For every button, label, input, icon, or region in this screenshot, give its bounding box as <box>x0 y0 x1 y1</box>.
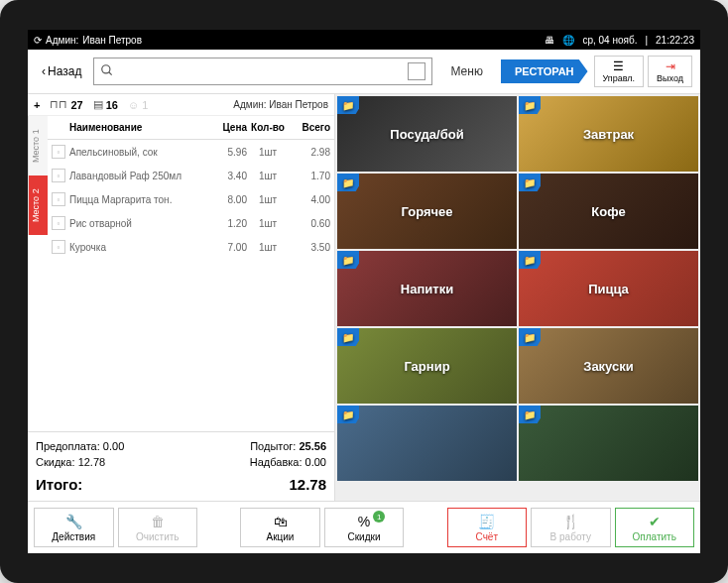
back-label: Назад <box>48 64 81 78</box>
category-tile[interactable]: 📁Закуски <box>519 328 698 404</box>
item-icon: ▫ <box>52 216 65 230</box>
category-tile[interactable]: 📁Гарнир <box>337 328 517 404</box>
towork-button[interactable]: 🍴В работу <box>531 508 611 547</box>
chevron-left-icon: ‹ <box>42 64 46 78</box>
order-header: + ⊓⊓27 ▤16 ☺1 Админ: Иван Петров <box>28 94 334 116</box>
folder-icon: 📁 <box>337 174 359 191</box>
category-label: Завтрак <box>583 127 634 142</box>
trash-icon: 🗑 <box>151 514 165 529</box>
person-icon: ☺ <box>128 99 139 111</box>
category-tile[interactable]: 📁 <box>519 406 698 481</box>
cutlery-icon: 🍴 <box>562 514 579 529</box>
table-row[interactable]: ▫Пицца Маргарита тон.8.001шт4.00 <box>48 187 334 211</box>
receipt-icon: ▤ <box>93 98 103 111</box>
wrench-icon: 🔧 <box>65 514 82 529</box>
pay-button[interactable]: ✔Оплатить <box>615 508 695 547</box>
table-row[interactable]: ▫Лавандовый Раф 250мл3.401шт1.70 <box>48 164 334 187</box>
category-label: Горячее <box>401 204 452 219</box>
status-bar: ⟳ Админ: Иван Петров 🖶 🌐 ср, 04 нояб. | … <box>28 30 700 50</box>
item-icon: ▫ <box>52 192 65 206</box>
category-tile[interactable]: 📁Пицца <box>519 251 698 326</box>
restaurant-tag[interactable]: РЕСТОРАН <box>501 59 588 83</box>
folder-icon: 📁 <box>337 251 359 269</box>
bill-icon: 🧾 <box>478 514 495 529</box>
order-panel: + ⊓⊓27 ▤16 ☺1 Админ: Иван Петров Место 1… <box>28 94 335 501</box>
folder-icon: 📁 <box>519 406 541 423</box>
guests-indicator[interactable]: ▤16 <box>93 98 118 111</box>
printer-icon: 🖶 <box>545 35 554 46</box>
category-grid: 📁Посуда/бой📁Завтрак📁Горячее📁Кофе📁Напитки… <box>335 94 700 501</box>
table-row[interactable]: ▫Апельсиновый, сок5.961шт2.98 <box>48 140 334 164</box>
category-tile[interactable]: 📁Кофе <box>519 174 698 249</box>
table-row[interactable]: ▫Курочка7.001шт3.50 <box>48 235 334 259</box>
bill-button[interactable]: 🧾Счёт <box>447 508 528 547</box>
manage-button[interactable]: ☰ Управл. <box>594 56 645 87</box>
category-tile[interactable]: 📁Напитки <box>337 251 517 326</box>
svg-point-0 <box>102 65 110 73</box>
search-input-wrap[interactable] <box>93 58 432 85</box>
clear-button[interactable]: 🗑Очистить <box>118 508 198 547</box>
category-label: Закуски <box>583 359 634 374</box>
check-icon: ✔ <box>649 514 661 529</box>
add-button[interactable]: + <box>34 99 40 111</box>
status-time: 21:22:23 <box>656 35 694 46</box>
person-indicator[interactable]: ☺1 <box>128 99 148 111</box>
folder-icon: 📁 <box>519 174 541 191</box>
top-bar: ‹ Назад Меню РЕСТОРАН ☰ Управл. ⇥ Выход <box>28 50 700 94</box>
status-admin-name: Иван Петров <box>82 35 142 46</box>
place-tab-1[interactable]: Место 1 <box>28 116 48 175</box>
category-tile[interactable]: 📁Горячее <box>337 174 517 249</box>
category-tile[interactable]: 📁Завтрак <box>519 96 698 172</box>
status-date: ср, 04 нояб. <box>582 35 637 46</box>
category-label: Кофе <box>591 204 625 219</box>
total-label: Итого: <box>36 476 82 493</box>
folder-icon: 📁 <box>519 96 541 114</box>
table-row[interactable]: ▫Рис отварной1.201шт0.60 <box>48 211 334 235</box>
totals: Предоплата: 0.00Подытог: 25.56 Скидка: 1… <box>28 431 334 501</box>
category-tile[interactable]: 📁 <box>337 406 517 481</box>
category-label: Напитки <box>401 282 453 296</box>
item-icon: ▫ <box>52 240 65 254</box>
folder-icon: 📁 <box>519 251 541 269</box>
sliders-icon: ☰ <box>603 59 636 73</box>
discount-badge: 1 <box>373 511 385 523</box>
svg-line-1 <box>109 72 112 75</box>
search-input[interactable] <box>120 64 402 78</box>
exit-label: Выход <box>657 73 683 83</box>
exit-icon: ⇥ <box>657 59 683 73</box>
table-icon: ⊓⊓ <box>50 98 67 111</box>
manage-label: Управл. <box>603 73 636 83</box>
menu-label[interactable]: Меню <box>438 64 494 78</box>
exit-button[interactable]: ⇥ Выход <box>648 56 692 87</box>
item-icon: ▫ <box>52 145 65 159</box>
item-icon: ▫ <box>52 169 65 182</box>
order-admin: Админ: Иван Петров <box>233 99 328 110</box>
category-tile[interactable]: 📁Посуда/бой <box>337 96 517 172</box>
col-qty: Кол-во <box>247 122 289 133</box>
search-square-toggle[interactable] <box>408 62 425 80</box>
bag-icon: 🛍 <box>274 514 288 529</box>
place-tab-2[interactable]: Место 2 <box>28 175 48 235</box>
percent-icon: % <box>358 514 370 529</box>
globe-icon: 🌐 <box>562 35 574 46</box>
col-price: Цена <box>205 122 247 133</box>
table-indicator[interactable]: ⊓⊓27 <box>50 98 82 111</box>
category-label: Пицца <box>588 282 629 296</box>
col-total: Всего <box>289 122 330 133</box>
folder-icon: 📁 <box>519 328 541 346</box>
back-button[interactable]: ‹ Назад <box>36 60 87 82</box>
discounts-button[interactable]: %1Скидки <box>324 508 405 547</box>
promo-button[interactable]: 🛍Акции <box>240 508 320 547</box>
search-icon <box>100 63 114 79</box>
bottom-bar: 🔧Действия 🗑Очистить 🛍Акции %1Скидки 🧾Счё… <box>28 501 700 553</box>
actions-button[interactable]: 🔧Действия <box>34 508 114 547</box>
sync-icon: ⟳ <box>34 35 42 46</box>
folder-icon: 📁 <box>337 96 359 114</box>
category-label: Посуда/бой <box>390 127 463 142</box>
col-name: Наименование <box>52 122 205 133</box>
category-label: Гарнир <box>404 359 449 374</box>
folder-icon: 📁 <box>337 406 359 423</box>
status-admin-prefix: Админ: <box>46 35 78 46</box>
table-header: Наименование Цена Кол-во Всего <box>48 116 334 140</box>
folder-icon: 📁 <box>337 328 359 346</box>
